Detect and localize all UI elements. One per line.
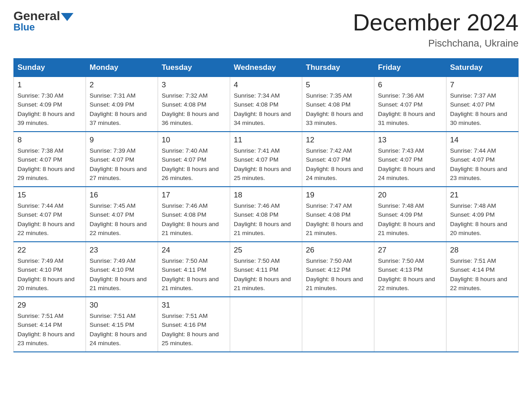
table-row: 31 Sunrise: 7:51 AM Sunset: 4:16 PM Dayl…: [158, 297, 230, 352]
day-info: Sunrise: 7:50 AM Sunset: 4:13 PM Dayligh…: [378, 257, 442, 293]
day-number: 19: [306, 191, 370, 200]
day-number: 22: [17, 246, 82, 255]
day-info: Sunrise: 7:46 AM Sunset: 4:08 PM Dayligh…: [234, 201, 298, 238]
table-row: 14 Sunrise: 7:44 AM Sunset: 4:07 PM Dayl…: [446, 132, 519, 187]
day-info: Sunrise: 7:51 AM Sunset: 4:14 PM Dayligh…: [17, 312, 82, 348]
table-row: 27 Sunrise: 7:50 AM Sunset: 4:13 PM Dayl…: [374, 242, 446, 297]
col-saturday: Saturday: [446, 59, 519, 77]
day-number: 13: [378, 136, 442, 145]
day-number: 31: [162, 301, 226, 310]
table-row: [230, 297, 302, 352]
day-info: Sunrise: 7:45 AM Sunset: 4:07 PM Dayligh…: [90, 201, 154, 238]
month-title: December 2024: [353, 9, 519, 36]
table-row: 25 Sunrise: 7:50 AM Sunset: 4:11 PM Dayl…: [230, 242, 302, 297]
day-info: Sunrise: 7:51 AM Sunset: 4:16 PM Dayligh…: [162, 312, 226, 348]
day-info: Sunrise: 7:47 AM Sunset: 4:08 PM Dayligh…: [306, 201, 370, 238]
table-row: [374, 297, 446, 352]
table-row: 29 Sunrise: 7:51 AM Sunset: 4:14 PM Dayl…: [14, 297, 86, 352]
day-number: 24: [162, 246, 226, 255]
day-number: 27: [378, 246, 442, 255]
logo: General Blue: [13, 9, 73, 33]
table-row: 19 Sunrise: 7:47 AM Sunset: 4:08 PM Dayl…: [302, 187, 374, 242]
day-info: Sunrise: 7:35 AM Sunset: 4:08 PM Dayligh…: [306, 91, 370, 128]
day-number: 25: [234, 246, 298, 255]
calendar-week-row: 15 Sunrise: 7:44 AM Sunset: 4:07 PM Dayl…: [14, 187, 519, 242]
table-row: 11 Sunrise: 7:41 AM Sunset: 4:07 PM Dayl…: [230, 132, 302, 187]
day-info: Sunrise: 7:46 AM Sunset: 4:08 PM Dayligh…: [162, 201, 226, 238]
col-wednesday: Wednesday: [230, 59, 302, 77]
table-row: 22 Sunrise: 7:49 AM Sunset: 4:10 PM Dayl…: [14, 242, 86, 297]
day-number: 14: [450, 136, 515, 145]
day-number: 21: [450, 191, 515, 200]
day-info: Sunrise: 7:49 AM Sunset: 4:10 PM Dayligh…: [17, 257, 82, 293]
table-row: [302, 297, 374, 352]
logo-blue-text: Blue: [13, 21, 35, 33]
day-number: 23: [90, 246, 154, 255]
day-info: Sunrise: 7:34 AM Sunset: 4:08 PM Dayligh…: [234, 91, 298, 128]
col-monday: Monday: [86, 59, 158, 77]
table-row: 13 Sunrise: 7:43 AM Sunset: 4:07 PM Dayl…: [374, 132, 446, 187]
table-row: [446, 297, 519, 352]
table-row: 15 Sunrise: 7:44 AM Sunset: 4:07 PM Dayl…: [14, 187, 86, 242]
day-number: 30: [90, 301, 154, 310]
day-number: 26: [306, 246, 370, 255]
day-number: 15: [17, 191, 82, 200]
table-row: 8 Sunrise: 7:38 AM Sunset: 4:07 PM Dayli…: [14, 132, 86, 187]
day-info: Sunrise: 7:41 AM Sunset: 4:07 PM Dayligh…: [234, 146, 298, 183]
day-number: 7: [450, 81, 515, 90]
table-row: 6 Sunrise: 7:36 AM Sunset: 4:07 PM Dayli…: [374, 77, 446, 132]
table-row: 12 Sunrise: 7:42 AM Sunset: 4:07 PM Dayl…: [302, 132, 374, 187]
table-row: 5 Sunrise: 7:35 AM Sunset: 4:08 PM Dayli…: [302, 77, 374, 132]
table-row: 30 Sunrise: 7:51 AM Sunset: 4:15 PM Dayl…: [86, 297, 158, 352]
table-row: 2 Sunrise: 7:31 AM Sunset: 4:09 PM Dayli…: [86, 77, 158, 132]
day-number: 6: [378, 81, 442, 90]
day-info: Sunrise: 7:42 AM Sunset: 4:07 PM Dayligh…: [306, 146, 370, 183]
logo-arrow-icon: [61, 13, 73, 21]
day-info: Sunrise: 7:48 AM Sunset: 4:09 PM Dayligh…: [378, 201, 442, 238]
day-number: 20: [378, 191, 442, 200]
table-row: 20 Sunrise: 7:48 AM Sunset: 4:09 PM Dayl…: [374, 187, 446, 242]
table-row: 28 Sunrise: 7:51 AM Sunset: 4:14 PM Dayl…: [446, 242, 519, 297]
day-number: 18: [234, 191, 298, 200]
table-row: 21 Sunrise: 7:48 AM Sunset: 4:09 PM Dayl…: [446, 187, 519, 242]
day-number: 5: [306, 81, 370, 90]
day-number: 4: [234, 81, 298, 90]
day-info: Sunrise: 7:37 AM Sunset: 4:07 PM Dayligh…: [450, 91, 515, 128]
day-number: 1: [17, 81, 82, 90]
day-info: Sunrise: 7:38 AM Sunset: 4:07 PM Dayligh…: [17, 146, 82, 183]
day-info: Sunrise: 7:36 AM Sunset: 4:07 PM Dayligh…: [378, 91, 442, 128]
day-info: Sunrise: 7:31 AM Sunset: 4:09 PM Dayligh…: [90, 91, 154, 128]
day-number: 2: [90, 81, 154, 90]
table-row: 17 Sunrise: 7:46 AM Sunset: 4:08 PM Dayl…: [158, 187, 230, 242]
title-section: December 2024 Pischchana, Ukraine: [353, 9, 519, 49]
day-info: Sunrise: 7:44 AM Sunset: 4:07 PM Dayligh…: [450, 146, 515, 183]
day-info: Sunrise: 7:50 AM Sunset: 4:12 PM Dayligh…: [306, 257, 370, 293]
day-number: 29: [17, 301, 82, 310]
table-row: 16 Sunrise: 7:45 AM Sunset: 4:07 PM Dayl…: [86, 187, 158, 242]
day-info: Sunrise: 7:32 AM Sunset: 4:08 PM Dayligh…: [162, 91, 226, 128]
calendar-header-row: Sunday Monday Tuesday Wednesday Thursday…: [14, 59, 519, 77]
calendar-week-row: 22 Sunrise: 7:49 AM Sunset: 4:10 PM Dayl…: [14, 242, 519, 297]
day-info: Sunrise: 7:50 AM Sunset: 4:11 PM Dayligh…: [162, 257, 226, 293]
table-row: 4 Sunrise: 7:34 AM Sunset: 4:08 PM Dayli…: [230, 77, 302, 132]
table-row: 18 Sunrise: 7:46 AM Sunset: 4:08 PM Dayl…: [230, 187, 302, 242]
day-info: Sunrise: 7:48 AM Sunset: 4:09 PM Dayligh…: [450, 201, 515, 238]
table-row: 7 Sunrise: 7:37 AM Sunset: 4:07 PM Dayli…: [446, 77, 519, 132]
day-info: Sunrise: 7:51 AM Sunset: 4:14 PM Dayligh…: [450, 257, 515, 293]
day-info: Sunrise: 7:44 AM Sunset: 4:07 PM Dayligh…: [17, 201, 82, 238]
table-row: 10 Sunrise: 7:40 AM Sunset: 4:07 PM Dayl…: [158, 132, 230, 187]
calendar-week-row: 8 Sunrise: 7:38 AM Sunset: 4:07 PM Dayli…: [14, 132, 519, 187]
day-info: Sunrise: 7:39 AM Sunset: 4:07 PM Dayligh…: [90, 146, 154, 183]
page-header: General Blue December 2024 Pischchana, U…: [13, 9, 519, 49]
day-number: 16: [90, 191, 154, 200]
table-row: 9 Sunrise: 7:39 AM Sunset: 4:07 PM Dayli…: [86, 132, 158, 187]
col-friday: Friday: [374, 59, 446, 77]
day-number: 9: [90, 136, 154, 145]
location: Pischchana, Ukraine: [353, 38, 519, 49]
day-info: Sunrise: 7:40 AM Sunset: 4:07 PM Dayligh…: [162, 146, 226, 183]
day-number: 11: [234, 136, 298, 145]
day-number: 10: [162, 136, 226, 145]
col-thursday: Thursday: [302, 59, 374, 77]
table-row: 1 Sunrise: 7:30 AM Sunset: 4:09 PM Dayli…: [14, 77, 86, 132]
table-row: 23 Sunrise: 7:49 AM Sunset: 4:10 PM Dayl…: [86, 242, 158, 297]
